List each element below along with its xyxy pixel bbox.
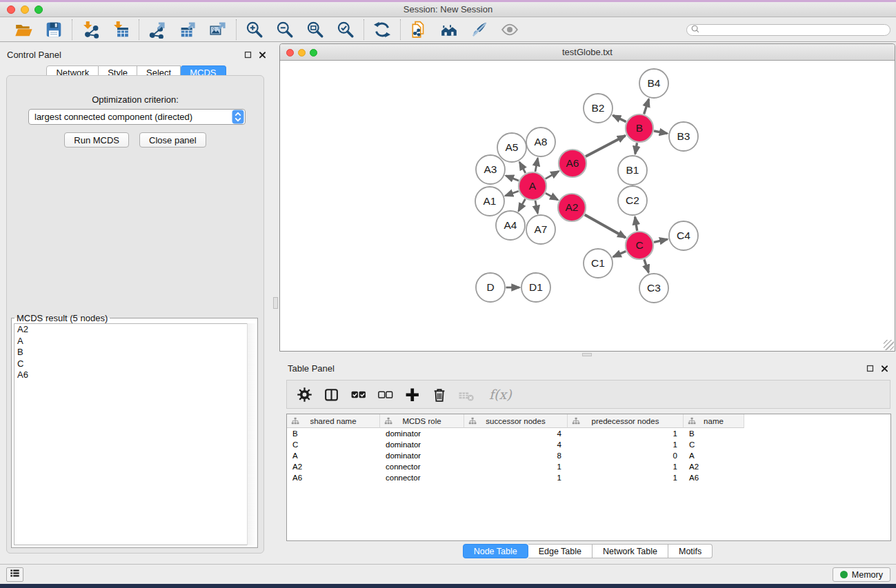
float-table-panel-icon[interactable] — [866, 364, 875, 373]
splitter-handle-horizontal[interactable] — [582, 353, 592, 356]
graph-node-label: A6 — [566, 157, 579, 169]
graph-edge-C-C3[interactable] — [644, 259, 648, 272]
show-task-history-button[interactable] — [6, 567, 23, 582]
graph-edge-C-C2[interactable] — [635, 217, 637, 231]
window-resize-grip[interactable] — [884, 340, 894, 350]
table-cell: dominator — [380, 429, 464, 438]
table-row[interactable]: A6connector11A6 — [287, 472, 890, 483]
tab-motifs[interactable]: Motifs — [668, 544, 713, 558]
close-table-panel-icon[interactable] — [880, 364, 889, 373]
deselect-all-rows-icon[interactable] — [377, 387, 393, 403]
import-network-icon[interactable] — [81, 21, 99, 39]
zoom-fit-icon[interactable] — [306, 21, 324, 39]
graph-edge-A-A3[interactable] — [506, 176, 519, 181]
export-image-icon[interactable] — [209, 21, 227, 39]
save-session-icon[interactable] — [45, 21, 63, 39]
table-settings-icon[interactable] — [297, 387, 312, 403]
graph-node-label: A2 — [566, 201, 579, 213]
mcds-result-item[interactable]: A — [14, 336, 255, 347]
show-columns-icon[interactable] — [323, 387, 339, 403]
mcds-result-item[interactable]: A6 — [14, 369, 255, 381]
add-row-icon[interactable] — [404, 387, 420, 403]
graph-edge-A-A5[interactable] — [519, 162, 526, 173]
run-mcds-button[interactable]: Run MCDS — [64, 132, 129, 148]
open-session-icon[interactable] — [14, 21, 32, 39]
graph-node-label: B4 — [648, 77, 661, 89]
mcds-result-item[interactable]: C — [14, 358, 255, 370]
graph-edge-A-A7[interactable] — [535, 201, 538, 213]
table-cell: A — [287, 452, 380, 460]
column-header-name[interactable]: name — [684, 414, 744, 428]
memory-button[interactable]: Memory — [833, 567, 890, 582]
new-network-from-selection-icon[interactable] — [410, 21, 428, 39]
import-table-icon[interactable] — [112, 21, 130, 39]
graph-edge-B-B2[interactable] — [613, 115, 626, 121]
network-window-titlebar[interactable]: testGlobe.txt — [280, 44, 895, 61]
toolbar-group — [72, 19, 139, 40]
mcds-result-list[interactable]: A2ABCA6 — [14, 323, 255, 545]
table-row[interactable]: Cdominator41C — [287, 439, 890, 450]
graph-edge-C-C1[interactable] — [613, 252, 626, 257]
table-row[interactable]: A2connector11A2 — [287, 461, 890, 472]
graph-edge-A-A1[interactable] — [506, 191, 519, 196]
graph-edge-B-B1[interactable] — [635, 143, 637, 154]
table-cell: connector — [380, 474, 464, 482]
search-input[interactable] — [701, 26, 886, 34]
close-panel-icon[interactable] — [258, 50, 267, 59]
float-panel-icon[interactable] — [243, 50, 252, 59]
graph-edge-A6-B[interactable] — [586, 136, 626, 156]
show-graphics-details-icon[interactable] — [470, 21, 488, 39]
graph-edge-C-C4[interactable] — [654, 239, 668, 242]
graph-edge-A-A2[interactable] — [546, 193, 558, 200]
table-cell: 4 — [464, 429, 568, 438]
table-row[interactable]: Bdominator41B — [287, 428, 890, 439]
network-view-window: testGlobe.txt B4B2BB3A8A5A6A3B1AC2A1A2A4… — [279, 43, 895, 352]
app-titlebar[interactable]: Session: New Session — [0, 2, 896, 17]
column-header-MCDS-role[interactable]: MCDS role — [380, 414, 464, 428]
graph-node-label: C4 — [677, 230, 690, 241]
search-field[interactable] — [686, 24, 890, 36]
column-header-successor-nodes[interactable]: successor nodes — [464, 414, 568, 428]
column-header-shared-name[interactable]: shared name — [287, 414, 380, 428]
zoom-out-icon[interactable] — [276, 21, 294, 39]
tab-network-table[interactable]: Network Table — [593, 544, 668, 558]
network-graph[interactable]: B4B2BB3A8A5A6A3B1AC2A1A2A4A7C4CC1DD1C3 — [280, 61, 895, 351]
table-cell: 1 — [464, 463, 568, 471]
refresh-view-icon[interactable] — [373, 21, 391, 39]
main-toolbar — [0, 18, 896, 42]
result-list-scrollbar[interactable] — [247, 323, 255, 545]
export-network-icon[interactable] — [148, 21, 166, 39]
zoom-in-icon[interactable] — [246, 21, 263, 39]
column-header-predecessor-nodes[interactable]: predecessor nodes — [568, 414, 684, 428]
attribute-icon — [468, 417, 477, 425]
table-row[interactable]: Adominator80A — [287, 450, 890, 461]
close-panel-button[interactable]: Close panel — [139, 132, 206, 148]
graph-edge-A-A8[interactable] — [535, 159, 538, 172]
network-canvas[interactable]: B4B2BB3A8A5A6A3B1AC2A1A2A4A7C4CC1DD1C3 — [280, 61, 895, 351]
status-bar: Memory — [0, 564, 896, 584]
export-table-icon[interactable] — [179, 21, 197, 39]
graph-edge-A-A4[interactable] — [519, 199, 526, 211]
table-cell: 4 — [464, 440, 568, 449]
node-table: shared nameMCDS rolesuccessor nodesprede… — [286, 414, 891, 541]
select-all-rows-icon[interactable] — [350, 387, 366, 403]
criterion-dropdown[interactable]: largest connected component (directed) — [28, 109, 246, 125]
delete-rows-icon[interactable] — [431, 387, 447, 403]
table-cell: C — [684, 440, 744, 449]
tab-edge-table[interactable]: Edge Table — [528, 544, 593, 558]
toolbar-group — [364, 19, 400, 40]
table-tabs: Node TableEdge TableNetwork TableMotifs — [279, 544, 896, 558]
dropdown-stepper-icon — [232, 110, 244, 124]
graph-edge-A2-C[interactable] — [585, 215, 626, 238]
zoom-selected-icon[interactable] — [337, 21, 355, 39]
graph-edge-A-A6[interactable] — [546, 171, 559, 179]
graph-edge-B-B4[interactable] — [644, 99, 649, 114]
mcds-result-item[interactable]: A2 — [14, 324, 255, 336]
hide-graphics-details-icon[interactable] — [501, 21, 519, 39]
graph-edge-B-B3[interactable] — [654, 131, 667, 134]
first-neighbors-icon[interactable] — [440, 21, 458, 39]
mcds-result-item[interactable]: B — [14, 347, 255, 358]
tab-node-table[interactable]: Node Table — [463, 544, 528, 558]
graph-node-label: B1 — [626, 164, 639, 176]
splitter-handle-vertical[interactable] — [273, 297, 278, 309]
